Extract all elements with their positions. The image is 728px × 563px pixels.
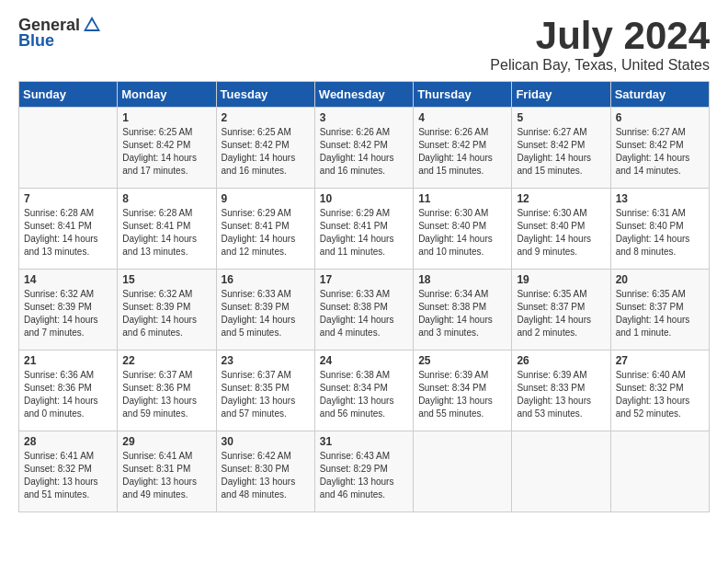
calendar-week-row: 7Sunrise: 6:28 AMSunset: 8:41 PMDaylight… — [19, 189, 710, 270]
calendar-cell — [512, 431, 610, 512]
weekday-header: Thursday — [414, 82, 512, 108]
day-number: 19 — [517, 273, 605, 286]
calendar-cell: 11Sunrise: 6:30 AMSunset: 8:40 PMDayligh… — [414, 189, 512, 270]
calendar-cell: 26Sunrise: 6:39 AMSunset: 8:33 PMDayligh… — [512, 350, 610, 431]
day-info: Sunrise: 6:30 AMSunset: 8:40 PMDaylight:… — [418, 207, 506, 259]
location-subtitle: Pelican Bay, Texas, United States — [490, 57, 710, 74]
calendar-cell: 20Sunrise: 6:35 AMSunset: 8:37 PMDayligh… — [610, 270, 709, 350]
calendar-cell: 18Sunrise: 6:34 AMSunset: 8:38 PMDayligh… — [414, 270, 512, 350]
calendar-cell: 8Sunrise: 6:28 AMSunset: 8:41 PMDaylight… — [118, 189, 216, 270]
day-info: Sunrise: 6:33 AMSunset: 8:38 PMDaylight:… — [320, 288, 408, 339]
calendar-cell — [19, 108, 118, 189]
calendar-cell: 14Sunrise: 6:32 AMSunset: 8:39 PMDayligh… — [19, 270, 118, 350]
day-number: 21 — [24, 354, 112, 367]
day-number: 24 — [320, 354, 408, 367]
day-info: Sunrise: 6:36 AMSunset: 8:36 PMDaylight:… — [24, 369, 112, 420]
day-info: Sunrise: 6:28 AMSunset: 8:41 PMDaylight:… — [24, 207, 112, 259]
calendar-cell: 25Sunrise: 6:39 AMSunset: 8:34 PMDayligh… — [414, 350, 512, 431]
calendar-cell: 1Sunrise: 6:25 AMSunset: 8:42 PMDaylight… — [118, 108, 216, 189]
day-info: Sunrise: 6:32 AMSunset: 8:39 PMDaylight:… — [122, 288, 210, 339]
day-number: 15 — [122, 273, 210, 286]
logo-icon — [82, 15, 102, 35]
day-info: Sunrise: 6:43 AMSunset: 8:29 PMDaylight:… — [320, 450, 408, 501]
calendar-week-row: 1Sunrise: 6:25 AMSunset: 8:42 PMDaylight… — [19, 108, 710, 189]
day-number: 26 — [517, 354, 605, 367]
calendar-cell — [414, 431, 512, 512]
calendar-table: SundayMondayTuesdayWednesdayThursdayFrid… — [18, 81, 710, 512]
calendar-cell: 17Sunrise: 6:33 AMSunset: 8:38 PMDayligh… — [314, 270, 413, 350]
day-number: 28 — [24, 435, 112, 448]
day-number: 20 — [616, 273, 704, 286]
calendar-week-row: 21Sunrise: 6:36 AMSunset: 8:36 PMDayligh… — [19, 350, 710, 431]
day-info: Sunrise: 6:39 AMSunset: 8:34 PMDaylight:… — [418, 369, 506, 420]
day-info: Sunrise: 6:26 AMSunset: 8:42 PMDaylight:… — [320, 126, 408, 178]
day-info: Sunrise: 6:33 AMSunset: 8:39 PMDaylight:… — [222, 288, 310, 339]
day-info: Sunrise: 6:32 AMSunset: 8:39 PMDaylight:… — [24, 288, 112, 339]
day-number: 3 — [320, 111, 408, 124]
calendar-cell: 15Sunrise: 6:32 AMSunset: 8:39 PMDayligh… — [118, 270, 216, 350]
calendar-cell: 24Sunrise: 6:38 AMSunset: 8:34 PMDayligh… — [314, 350, 413, 431]
calendar-cell: 9Sunrise: 6:29 AMSunset: 8:41 PMDaylight… — [216, 189, 314, 270]
day-number: 4 — [418, 111, 506, 124]
calendar-cell: 4Sunrise: 6:26 AMSunset: 8:42 PMDaylight… — [414, 108, 512, 189]
day-number: 30 — [222, 435, 310, 448]
month-title: July 2024 — [490, 15, 710, 57]
day-number: 17 — [320, 273, 408, 286]
day-number: 14 — [24, 273, 112, 286]
day-number: 2 — [222, 111, 310, 124]
day-info: Sunrise: 6:35 AMSunset: 8:37 PMDaylight:… — [517, 288, 605, 339]
weekday-header: Friday — [512, 82, 610, 108]
day-number: 29 — [122, 435, 210, 448]
calendar-cell: 3Sunrise: 6:26 AMSunset: 8:42 PMDaylight… — [314, 108, 413, 189]
calendar-week-row: 28Sunrise: 6:41 AMSunset: 8:32 PMDayligh… — [19, 431, 710, 512]
day-info: Sunrise: 6:28 AMSunset: 8:41 PMDaylight:… — [122, 207, 210, 259]
day-info: Sunrise: 6:40 AMSunset: 8:32 PMDaylight:… — [616, 369, 704, 420]
day-info: Sunrise: 6:42 AMSunset: 8:30 PMDaylight:… — [222, 450, 310, 501]
calendar-cell: 7Sunrise: 6:28 AMSunset: 8:41 PMDaylight… — [19, 189, 118, 270]
day-info: Sunrise: 6:38 AMSunset: 8:34 PMDaylight:… — [320, 369, 408, 420]
day-number: 9 — [222, 192, 310, 205]
day-number: 16 — [222, 273, 310, 286]
calendar-cell: 29Sunrise: 6:41 AMSunset: 8:31 PMDayligh… — [118, 431, 216, 512]
day-info: Sunrise: 6:31 AMSunset: 8:40 PMDaylight:… — [616, 207, 704, 259]
calendar-cell: 16Sunrise: 6:33 AMSunset: 8:39 PMDayligh… — [216, 270, 314, 350]
day-info: Sunrise: 6:27 AMSunset: 8:42 PMDaylight:… — [517, 126, 605, 178]
day-info: Sunrise: 6:41 AMSunset: 8:31 PMDaylight:… — [122, 450, 210, 501]
weekday-header-row: SundayMondayTuesdayWednesdayThursdayFrid… — [19, 82, 710, 108]
day-number: 13 — [616, 192, 704, 205]
day-info: Sunrise: 6:35 AMSunset: 8:37 PMDaylight:… — [616, 288, 704, 339]
day-number: 1 — [122, 111, 210, 124]
day-info: Sunrise: 6:27 AMSunset: 8:42 PMDaylight:… — [616, 126, 704, 178]
weekday-header: Wednesday — [314, 82, 413, 108]
day-info: Sunrise: 6:30 AMSunset: 8:40 PMDaylight:… — [517, 207, 605, 259]
calendar-cell: 28Sunrise: 6:41 AMSunset: 8:32 PMDayligh… — [19, 431, 118, 512]
day-number: 25 — [418, 354, 506, 367]
day-number: 27 — [616, 354, 704, 367]
calendar-cell: 19Sunrise: 6:35 AMSunset: 8:37 PMDayligh… — [512, 270, 610, 350]
day-number: 22 — [122, 354, 210, 367]
calendar-cell: 23Sunrise: 6:37 AMSunset: 8:35 PMDayligh… — [216, 350, 314, 431]
day-number: 12 — [517, 192, 605, 205]
calendar-cell: 21Sunrise: 6:36 AMSunset: 8:36 PMDayligh… — [19, 350, 118, 431]
calendar-cell: 13Sunrise: 6:31 AMSunset: 8:40 PMDayligh… — [610, 189, 709, 270]
title-area: July 2024 Pelican Bay, Texas, United Sta… — [490, 15, 710, 74]
day-info: Sunrise: 6:29 AMSunset: 8:41 PMDaylight:… — [320, 207, 408, 259]
calendar-cell: 27Sunrise: 6:40 AMSunset: 8:32 PMDayligh… — [610, 350, 709, 431]
day-number: 31 — [320, 435, 408, 448]
calendar-cell: 2Sunrise: 6:25 AMSunset: 8:42 PMDaylight… — [216, 108, 314, 189]
day-number: 18 — [418, 273, 506, 286]
weekday-header: Tuesday — [216, 82, 314, 108]
day-number: 11 — [418, 192, 506, 205]
calendar-cell — [610, 431, 709, 512]
day-number: 23 — [222, 354, 310, 367]
day-number: 6 — [616, 111, 704, 124]
calendar-cell: 12Sunrise: 6:30 AMSunset: 8:40 PMDayligh… — [512, 189, 610, 270]
day-number: 10 — [320, 192, 408, 205]
calendar-cell: 10Sunrise: 6:29 AMSunset: 8:41 PMDayligh… — [314, 189, 413, 270]
day-info: Sunrise: 6:39 AMSunset: 8:33 PMDaylight:… — [517, 369, 605, 420]
logo-blue-text: Blue — [18, 31, 54, 51]
day-number: 7 — [24, 192, 112, 205]
weekday-header: Saturday — [610, 82, 709, 108]
day-number: 8 — [122, 192, 210, 205]
day-info: Sunrise: 6:29 AMSunset: 8:41 PMDaylight:… — [222, 207, 310, 259]
